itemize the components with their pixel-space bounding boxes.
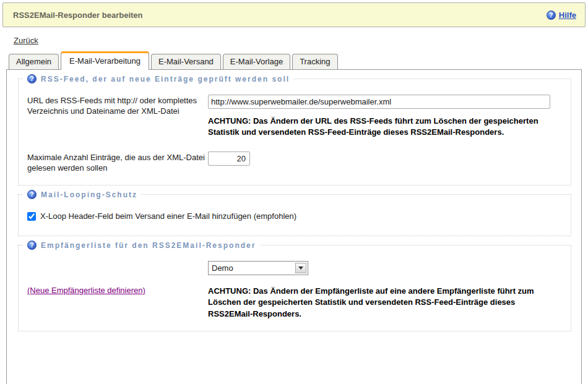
group-mail-looping: Mail-Looping-Schutz X-Loop Header-Feld b… bbox=[18, 194, 571, 236]
recipient-list-select[interactable]: Demo bbox=[208, 261, 308, 275]
group-recipient-list: Empfängerliste für den RSS2EMail-Respond… bbox=[18, 245, 571, 331]
url-row: URL des RSS-Feeds mit http:// oder kompl… bbox=[27, 95, 562, 138]
tab-email-vorlage[interactable]: E-Mail-Vorlage bbox=[223, 54, 290, 69]
xloop-checkbox-label[interactable]: X-Loop Header-Feld beim Versand einer E-… bbox=[40, 211, 296, 221]
url-change-warning: ACHTUNG: Das Ändern der URL des RSS-Feed… bbox=[208, 116, 562, 138]
dropdown-button[interactable] bbox=[295, 263, 306, 273]
xloop-checkbox[interactable] bbox=[27, 212, 36, 221]
max-entries-label: Maximale Anzahl Einträge, die aus der XM… bbox=[27, 151, 208, 174]
recipient-list-selected-value: Demo bbox=[212, 263, 233, 273]
tab-email-verarbeitung[interactable]: E-Mail-Verarbeitung bbox=[61, 51, 149, 70]
header-bar: RSS2EMail-Responder bearbeiten Hilfe bbox=[2, 2, 586, 27]
max-entries-row: Maximale Anzahl Einträge, die aus der XM… bbox=[27, 151, 562, 174]
max-entries-input[interactable] bbox=[208, 151, 250, 166]
content-panel: RSS-Feed, der auf neue Einträge geprüft … bbox=[6, 69, 582, 384]
group-recipient-list-legend: Empfängerliste für den RSS2EMail-Respond… bbox=[24, 241, 259, 250]
group-mail-looping-legend-label: Mail-Looping-Schutz bbox=[41, 190, 137, 199]
help-area[interactable]: Hilfe bbox=[547, 11, 576, 20]
xloop-checkbox-row: X-Loop Header-Feld beim Versand einer E-… bbox=[27, 211, 562, 224]
chevron-down-icon bbox=[298, 267, 303, 270]
help-icon[interactable] bbox=[27, 74, 37, 83]
group-mail-looping-legend: Mail-Looping-Schutz bbox=[24, 190, 141, 199]
group-rss-feed-legend-label: RSS-Feed, der auf neue Einträge geprüft … bbox=[41, 75, 290, 83]
recipient-list-warning: ACHTUNG: Das Ändern der Empfängerliste a… bbox=[208, 286, 562, 320]
help-link[interactable]: Hilfe bbox=[559, 11, 576, 20]
group-rss-feed-legend: RSS-Feed, der auf neue Einträge geprüft … bbox=[24, 74, 293, 83]
group-recipient-list-legend-label: Empfängerliste für den RSS2EMail-Respond… bbox=[41, 241, 256, 250]
help-icon[interactable] bbox=[547, 11, 556, 20]
tab-allgemein[interactable]: Allgemein bbox=[9, 54, 59, 69]
url-label: URL des RSS-Feeds mit http:// oder kompl… bbox=[27, 95, 208, 117]
help-icon[interactable] bbox=[27, 241, 37, 250]
tab-tracking[interactable]: Tracking bbox=[292, 54, 337, 69]
rss-feed-url-input[interactable] bbox=[208, 95, 550, 109]
back-row: Zurück bbox=[14, 36, 588, 45]
new-recipient-list-link[interactable]: (Neue Empfängerliste definieren) bbox=[27, 286, 145, 295]
page-title: RSS2EMail-Responder bearbeiten bbox=[13, 11, 143, 20]
tab-email-versand[interactable]: E-Mail-Versand bbox=[151, 54, 221, 69]
group-rss-feed: RSS-Feed, der auf neue Einträge geprüft … bbox=[18, 79, 571, 186]
help-icon[interactable] bbox=[27, 190, 37, 199]
tab-strip: Allgemein E-Mail-Verarbeitung E-Mail-Ver… bbox=[9, 51, 588, 69]
back-link[interactable]: Zurück bbox=[14, 36, 38, 45]
recipient-list-row: (Neue Empfängerliste definieren) Demo AC… bbox=[27, 261, 562, 320]
